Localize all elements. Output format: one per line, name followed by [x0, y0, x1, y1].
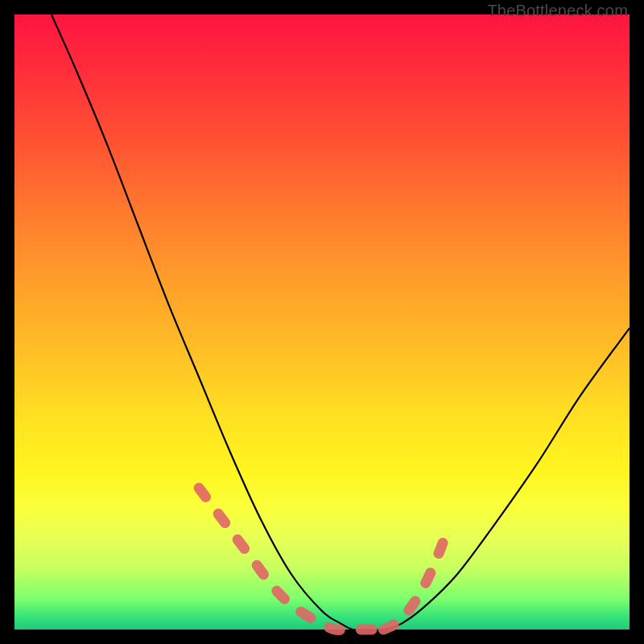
curve-layer [14, 14, 630, 630]
plot-area [14, 14, 630, 630]
series-low-bottleneck-zone-left [199, 488, 383, 630]
watermark-text: TheBottleneck.com [487, 2, 628, 20]
chart-frame: TheBottleneck.com [0, 0, 644, 644]
series-bottleneck-curve [52, 14, 630, 630]
